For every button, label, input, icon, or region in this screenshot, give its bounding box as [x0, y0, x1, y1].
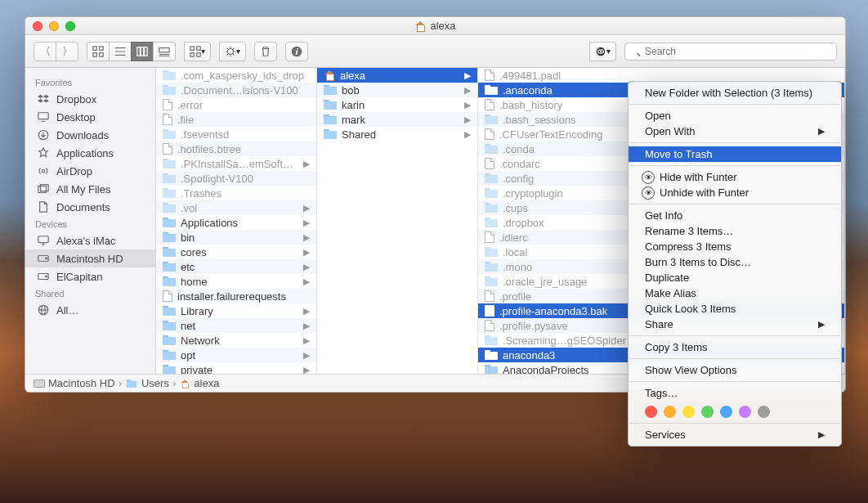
menu-separator [629, 142, 840, 143]
action-button[interactable]: ▾ [219, 42, 246, 61]
menu-item-open-with[interactable]: Open With▶ [629, 124, 841, 139]
minimize-button[interactable] [49, 21, 59, 31]
svg-rect-37 [38, 236, 48, 243]
column-view-button[interactable] [131, 42, 154, 61]
file-row[interactable]: .PKInstallSa…emSoftware▶ [156, 156, 316, 171]
tag-color[interactable] [645, 406, 657, 418]
path-segment[interactable]: alexa [194, 377, 219, 389]
sidebar-item-macintosh-hd[interactable]: Macintosh HD [25, 249, 155, 267]
funter-button[interactable]: ▾ [589, 42, 616, 61]
file-row[interactable]: .file [156, 112, 316, 127]
arrange-button[interactable]: ▾ [184, 42, 211, 61]
close-button[interactable] [33, 21, 43, 31]
icon-view-button[interactable] [87, 42, 110, 61]
file-row[interactable]: .fseventsd [156, 127, 316, 141]
tag-color[interactable] [739, 406, 751, 418]
file-row[interactable]: .vol▶ [156, 200, 316, 215]
file-row[interactable]: .error [156, 97, 316, 112]
menu-item-share[interactable]: Share▶ [629, 317, 841, 332]
folder-icon [485, 173, 498, 183]
file-row[interactable]: Shared▶ [317, 127, 477, 141]
sidebar-item-documents[interactable]: Documents [25, 198, 155, 216]
menu-item-hide-with-funter[interactable]: 👁Hide with Funter [629, 169, 841, 185]
sidebar-item-dropbox[interactable]: Dropbox [25, 90, 155, 108]
path-segment[interactable]: Macintosh HD [48, 377, 115, 389]
file-row[interactable]: net▶ [156, 318, 316, 333]
menu-item-burn-3-items-to-disc[interactable]: Burn 3 Items to Disc… [629, 254, 841, 270]
sidebar-item-all-my-files[interactable]: All My Files [25, 180, 155, 198]
menu-item-label: Tags… [645, 387, 678, 399]
list-view-button[interactable] [109, 42, 132, 61]
file-row[interactable]: opt▶ [156, 348, 316, 362]
file-row[interactable]: cores▶ [156, 245, 316, 259]
column-0[interactable]: .com_kaspersky_ids_drop.Document…isions-… [156, 68, 317, 374]
menu-item-services[interactable]: Services▶ [629, 427, 841, 442]
menu-item-tags[interactable]: Tags… [629, 385, 841, 401]
menu-item-compress-3-items[interactable]: Compress 3 Items [629, 239, 841, 254]
sidebar-item-desktop[interactable]: Desktop [25, 108, 155, 126]
info-button[interactable]: i [285, 42, 308, 61]
trash-button[interactable] [254, 42, 277, 61]
file-name: AnacondaProjects [503, 364, 589, 375]
svg-rect-9 [145, 47, 148, 56]
menu-item-label: Duplicate [645, 272, 689, 284]
file-row[interactable]: .com_kaspersky_ids_drop [156, 68, 316, 83]
folder-icon [324, 100, 337, 110]
path-segment[interactable]: Users [141, 377, 169, 389]
file-row[interactable]: .Trashes [156, 186, 316, 200]
menu-item-quick-look-3-items[interactable]: Quick Look 3 Items [629, 301, 841, 317]
coverflow-view-button[interactable] [153, 42, 176, 61]
chevron-right-icon: ▶ [818, 126, 825, 137]
tag-color[interactable] [758, 406, 770, 418]
menu-item-move-to-trash[interactable]: Move to Trash [629, 146, 841, 162]
file-row[interactable]: .Spotlight-V100 [156, 171, 316, 186]
svg-point-34 [42, 169, 45, 173]
sidebar-item-downloads[interactable]: Downloads [25, 126, 155, 144]
sidebar-item-applications[interactable]: Applications [25, 144, 155, 162]
file-row[interactable]: private▶ [156, 362, 316, 374]
tag-color[interactable] [664, 406, 676, 418]
sidebar-item-airdrop[interactable]: AirDrop [25, 162, 155, 180]
menu-item-label: Unhide with Funter [660, 186, 749, 199]
menu-item-rename-3-items[interactable]: Rename 3 Items… [629, 223, 841, 239]
file-row[interactable]: .Document…isions-V100 [156, 83, 316, 97]
zoom-button[interactable] [65, 21, 75, 31]
menu-item-get-info[interactable]: Get Info [629, 208, 841, 223]
tag-color[interactable] [682, 406, 695, 418]
menu-item-show-view-options[interactable]: Show View Options [629, 362, 841, 378]
search-input[interactable] [624, 43, 837, 61]
file-row[interactable]: home▶ [156, 274, 316, 289]
file-row[interactable]: karin▶ [317, 97, 477, 112]
sidebar-item-label: All My Files [56, 183, 110, 195]
menu-item-label: Get Info [645, 209, 682, 222]
file-row[interactable]: Network▶ [156, 333, 316, 348]
menu-item-label: Open [645, 110, 671, 122]
menu-item-duplicate[interactable]: Duplicate [629, 270, 841, 285]
file-row[interactable]: installer.failurerequests [156, 289, 316, 303]
sidebar-item-label: AirDrop [56, 165, 92, 177]
tag-color[interactable] [701, 406, 714, 418]
column-1[interactable]: alexa▶bob▶karin▶mark▶Shared▶ [317, 68, 478, 374]
file-row[interactable]: bob▶ [317, 83, 477, 97]
menu-item-new-folder-with-selection-3-items[interactable]: New Folder with Selection (3 Items) [629, 85, 841, 101]
menu-item-copy-3-items[interactable]: Copy 3 Items [629, 339, 841, 355]
tag-color[interactable] [720, 406, 732, 418]
file-row[interactable]: Library▶ [156, 303, 316, 318]
toolbar: 〈 〉 ▾ ▾ i ▾ [25, 35, 845, 68]
chevron-right-icon: ▶ [303, 276, 310, 287]
file-row[interactable]: bin▶ [156, 230, 316, 245]
forward-button[interactable]: 〉 [56, 42, 78, 61]
file-name: .bash_history [499, 99, 562, 111]
menu-item-make-alias[interactable]: Make Alias [629, 285, 841, 301]
sidebar-item-all-[interactable]: All… [25, 301, 155, 319]
back-button[interactable]: 〈 [34, 42, 56, 61]
sidebar-item-elcapitan[interactable]: ElCapitan [25, 267, 155, 285]
menu-item-open[interactable]: Open [629, 108, 841, 124]
file-row[interactable]: mark▶ [317, 112, 477, 127]
menu-item-unhide-with-funter[interactable]: 👁Unhide with Funter [629, 185, 841, 200]
sidebar-item-alexa-s-imac[interactable]: Alexa's iMac [25, 231, 155, 249]
file-row[interactable]: Applications▶ [156, 215, 316, 230]
file-row[interactable]: .hotfiles.btree [156, 141, 316, 156]
file-row[interactable]: etc▶ [156, 259, 316, 274]
file-row[interactable]: alexa▶ [317, 68, 477, 83]
